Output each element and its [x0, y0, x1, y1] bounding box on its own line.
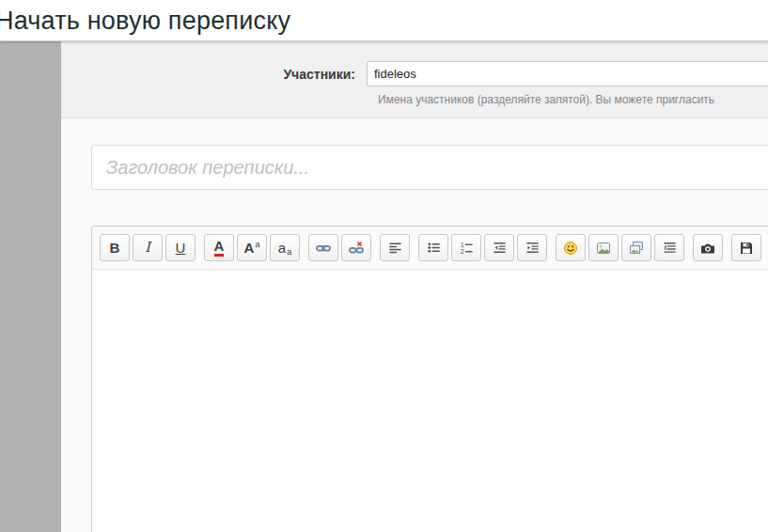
align-button[interactable] [380, 234, 410, 261]
image-button[interactable] [588, 234, 619, 261]
emoticon-button[interactable] [556, 234, 586, 261]
numbered-list-button[interactable]: 12 [451, 234, 481, 261]
camera-button[interactable] [693, 234, 723, 261]
participants-help-text: Имена участников (разделяйте запятой). В… [378, 93, 768, 106]
toolbar-group-links [308, 234, 371, 261]
bullet-list-button[interactable] [418, 234, 448, 261]
left-background-strip [0, 41, 61, 532]
svg-text:2: 2 [460, 248, 463, 255]
page-header: Начать новую переписку [0, 0, 768, 41]
editor-content-area[interactable] [92, 270, 768, 532]
toolbar-group-camera [693, 234, 723, 261]
toolbar-group-lists: 12 [418, 234, 547, 261]
italic-glyph: I [145, 241, 150, 255]
camera-icon [700, 241, 715, 256]
quote-button[interactable] [654, 234, 684, 261]
svg-text:1: 1 [460, 242, 463, 248]
underline-glyph: U [176, 241, 186, 255]
remove-format-button[interactable]: aa [270, 234, 300, 261]
remove-format-small-glyph: a [287, 247, 291, 257]
toolbar-group-insert [556, 234, 684, 261]
participants-row: Участники: [61, 61, 768, 86]
indent-button[interactable] [517, 234, 547, 261]
new-conversation-panel: Участники: Имена участников (разделяйте … [61, 41, 768, 532]
underline-button[interactable]: U [165, 234, 196, 261]
font-size-button[interactable]: Aa [237, 234, 267, 261]
indent-icon [525, 241, 540, 255]
message-section: B I U A Aa [61, 118, 768, 532]
rich-text-editor: B I U A Aa [91, 226, 768, 532]
link-icon [316, 241, 331, 256]
save-icon [739, 241, 754, 256]
bullet-list-icon [427, 241, 441, 255]
remove-format-glyph: a [278, 241, 286, 255]
font-size-small-glyph: a [255, 240, 259, 249]
participants-label: Участники: [61, 67, 367, 82]
italic-button[interactable]: I [133, 234, 163, 261]
conversation-title-input[interactable] [91, 145, 768, 190]
media-icon [629, 241, 644, 256]
quote-icon [663, 241, 677, 255]
editor-toolbar: B I U A Aa [92, 227, 768, 270]
toolbar-group-align [380, 234, 410, 261]
font-color-glyph: A [214, 239, 225, 257]
bold-button[interactable]: B [100, 234, 130, 261]
page-title: Начать новую переписку [0, 7, 768, 36]
toolbar-group-save [731, 234, 761, 261]
unlink-icon [349, 241, 364, 256]
toolbar-group-font: A Aa aa [204, 234, 300, 261]
outdent-icon [493, 241, 507, 255]
toolbar-group-basic-format: B I U [100, 234, 196, 261]
link-button[interactable] [308, 234, 338, 261]
save-button[interactable] [731, 234, 761, 261]
participants-section: Участники: Имена участников (разделяйте … [61, 41, 768, 118]
unlink-button[interactable] [341, 234, 371, 261]
font-size-glyph: A [244, 241, 255, 255]
media-button[interactable] [621, 234, 651, 261]
align-left-icon [388, 241, 402, 255]
numbered-list-icon: 12 [460, 241, 474, 255]
image-icon [596, 241, 611, 256]
outdent-button[interactable] [484, 234, 514, 261]
font-color-button[interactable]: A [204, 234, 234, 261]
bold-glyph: B [110, 241, 120, 255]
participants-input[interactable] [367, 61, 768, 86]
emoticon-icon [563, 241, 578, 256]
